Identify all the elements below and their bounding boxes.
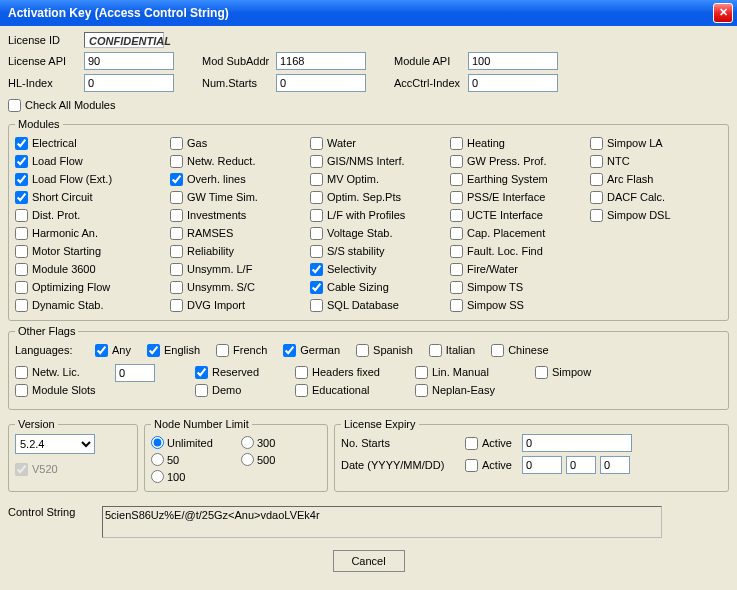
module-c5-0-checkbox[interactable] — [590, 137, 603, 150]
module-c3-3-checkbox[interactable] — [310, 191, 323, 204]
module-c4-0[interactable]: Heating — [450, 134, 590, 152]
module-c4-4[interactable]: UCTE Interface — [450, 206, 590, 224]
module-c4-0-checkbox[interactable] — [450, 137, 463, 150]
module-c1-8-checkbox[interactable] — [15, 281, 28, 294]
nodelimit-0-radio[interactable] — [151, 436, 164, 449]
module-c4-6-checkbox[interactable] — [450, 245, 463, 258]
module-c4-5-checkbox[interactable] — [450, 227, 463, 240]
lang-0-checkbox[interactable] — [95, 344, 108, 357]
accctrl-index-input[interactable] — [468, 74, 558, 92]
module-c5-0[interactable]: Simpow LA — [590, 134, 710, 152]
module-c1-9-checkbox[interactable] — [15, 299, 28, 312]
module-c2-1-checkbox[interactable] — [170, 155, 183, 168]
of-mid-1-checkbox[interactable] — [195, 384, 208, 397]
module-c3-1[interactable]: GIS/NMS Interf. — [310, 152, 450, 170]
module-c3-2[interactable]: MV Optim. — [310, 170, 450, 188]
lang-4-checkbox[interactable] — [356, 344, 369, 357]
of-r1-1[interactable]: Educational — [295, 381, 415, 399]
license-api-input[interactable] — [84, 52, 174, 70]
no-starts-active[interactable]: Active — [465, 434, 512, 452]
of-mid-0-checkbox[interactable] — [195, 366, 208, 379]
nodelimit-b-1[interactable]: 500 — [241, 451, 321, 468]
module-c3-3[interactable]: Optim. Sep.Pts — [310, 188, 450, 206]
module-c2-7[interactable]: Unsymm. L/F — [170, 260, 310, 278]
module-c1-0-checkbox[interactable] — [15, 137, 28, 150]
of-r2-0-checkbox[interactable] — [415, 366, 428, 379]
module-c5-2[interactable]: Arc Flash — [590, 170, 710, 188]
check-all-checkbox[interactable] — [8, 99, 21, 112]
module-c2-2[interactable]: Overh. lines — [170, 170, 310, 188]
module-c2-1[interactable]: Netw. Reduct. — [170, 152, 310, 170]
module-c1-2[interactable]: Load Flow (Ext.) — [15, 170, 170, 188]
nodelimit-b-1-radio[interactable] — [241, 453, 254, 466]
date-active-checkbox[interactable] — [465, 459, 478, 472]
netw-lic-input[interactable] — [115, 364, 155, 382]
module-c2-6[interactable]: Reliability — [170, 242, 310, 260]
module-c4-1[interactable]: GW Press. Prof. — [450, 152, 590, 170]
of-mid-1[interactable]: Demo — [195, 381, 295, 399]
date-d-input[interactable] — [600, 456, 630, 474]
module-c1-2-checkbox[interactable] — [15, 173, 28, 186]
nodelimit-1-radio[interactable] — [151, 453, 164, 466]
lang-3[interactable]: German — [283, 341, 340, 359]
module-c3-6-checkbox[interactable] — [310, 245, 323, 258]
module-c4-3[interactable]: PSS/E Interface — [450, 188, 590, 206]
module-c5-1-checkbox[interactable] — [590, 155, 603, 168]
module-c4-2[interactable]: Earthing System — [450, 170, 590, 188]
module-c4-2-checkbox[interactable] — [450, 173, 463, 186]
mod-subaddr-input[interactable] — [276, 52, 366, 70]
of-mid-0[interactable]: Reserved — [195, 363, 295, 381]
date-m-input[interactable] — [566, 456, 596, 474]
module-c2-7-checkbox[interactable] — [170, 263, 183, 276]
module-c3-2-checkbox[interactable] — [310, 173, 323, 186]
date-active[interactable]: Active — [465, 456, 512, 474]
module-c2-4-checkbox[interactable] — [170, 209, 183, 222]
module-c1-6[interactable]: Motor Starting — [15, 242, 170, 260]
of-r3-0[interactable]: Simpow — [535, 363, 635, 381]
module-c2-4[interactable]: Investments — [170, 206, 310, 224]
module-c3-7[interactable]: Selectivity — [310, 260, 450, 278]
module-c4-9-checkbox[interactable] — [450, 299, 463, 312]
close-icon[interactable]: ✕ — [713, 3, 733, 23]
module-c4-7-checkbox[interactable] — [450, 263, 463, 276]
module-c2-0-checkbox[interactable] — [170, 137, 183, 150]
module-c4-4-checkbox[interactable] — [450, 209, 463, 222]
nodelimit-1[interactable]: 50 — [151, 451, 241, 468]
lang-3-checkbox[interactable] — [283, 344, 296, 357]
nodelimit-b-0-radio[interactable] — [241, 436, 254, 449]
lang-6-checkbox[interactable] — [491, 344, 504, 357]
lang-1[interactable]: English — [147, 341, 200, 359]
module-c5-3[interactable]: DACF Calc. — [590, 188, 710, 206]
version-select[interactable]: 5.2.4 — [15, 434, 95, 454]
date-y-input[interactable] — [522, 456, 562, 474]
lang-4[interactable]: Spanish — [356, 341, 413, 359]
module-c2-6-checkbox[interactable] — [170, 245, 183, 258]
of-r3-0-checkbox[interactable] — [535, 366, 548, 379]
of-r1-1-checkbox[interactable] — [295, 384, 308, 397]
of-r2-1[interactable]: Neplan-Easy — [415, 381, 535, 399]
module-c1-4[interactable]: Dist. Prot. — [15, 206, 170, 224]
module-api-input[interactable] — [468, 52, 558, 70]
lang-1-checkbox[interactable] — [147, 344, 160, 357]
module-c4-6[interactable]: Fault. Loc. Find — [450, 242, 590, 260]
of-left-1[interactable]: Module Slots — [15, 381, 115, 399]
module-c2-2-checkbox[interactable] — [170, 173, 183, 186]
of-r2-0[interactable]: Lin. Manual — [415, 363, 535, 381]
module-c2-8-checkbox[interactable] — [170, 281, 183, 294]
nodelimit-0[interactable]: Unlimited — [151, 434, 241, 451]
module-c4-1-checkbox[interactable] — [450, 155, 463, 168]
module-c1-7[interactable]: Module 3600 — [15, 260, 170, 278]
module-c3-7-checkbox[interactable] — [310, 263, 323, 276]
module-c3-0-checkbox[interactable] — [310, 137, 323, 150]
module-c4-3-checkbox[interactable] — [450, 191, 463, 204]
module-c2-9-checkbox[interactable] — [170, 299, 183, 312]
module-c1-0[interactable]: Electrical — [15, 134, 170, 152]
module-c2-0[interactable]: Gas — [170, 134, 310, 152]
lang-6[interactable]: Chinese — [491, 341, 548, 359]
nodelimit-2-radio[interactable] — [151, 470, 164, 483]
of-left-0-checkbox[interactable] — [15, 366, 28, 379]
hl-index-input[interactable] — [84, 74, 174, 92]
module-c3-9-checkbox[interactable] — [310, 299, 323, 312]
module-c3-1-checkbox[interactable] — [310, 155, 323, 168]
module-c3-5-checkbox[interactable] — [310, 227, 323, 240]
